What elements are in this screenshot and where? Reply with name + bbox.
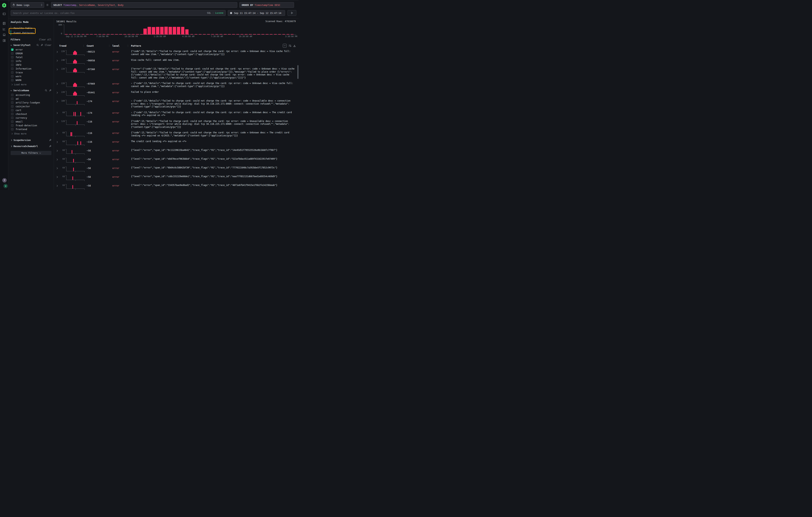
nav-search-logs-icon[interactable] — [2, 22, 6, 25]
pin-icon[interactable] — [40, 44, 43, 46]
pattern-row[interactable]: 60~58error{"level":"error","span_id":"cd… — [54, 174, 297, 182]
row-expand-chevron-icon[interactable] — [56, 68, 58, 70]
nav-dashboards-icon[interactable] — [2, 39, 6, 42]
more-filters-button[interactable]: More filters — [11, 151, 51, 155]
checkbox-checkout[interactable] — [11, 113, 13, 115]
pattern-row[interactable]: 22K~95441errorFailed to place order — [54, 89, 297, 98]
pattern-row[interactable]: 22K~97069error×{"code":13,"details":"fai… — [54, 81, 297, 89]
checkbox-accounting[interactable] — [11, 94, 13, 96]
filter-option-Information[interactable]: Information — [11, 67, 51, 70]
column-header-trend[interactable]: Trend⋮ — [59, 43, 87, 49]
filter-option-currency[interactable]: currency — [11, 116, 51, 120]
download-icon[interactable] — [293, 45, 296, 47]
source-settings-gear-icon[interactable] — [46, 3, 49, 6]
scrollbar-thumb[interactable] — [297, 65, 298, 79]
filter-option-warn[interactable]: warn — [11, 74, 51, 78]
search-icon[interactable] — [36, 44, 39, 46]
filter-option-error[interactable]: error — [11, 48, 51, 52]
filter-option-artillery-loadgen[interactable]: artillery-loadgen — [11, 100, 51, 105]
filter-option-fraud-detection[interactable]: fraud-detection — [11, 123, 51, 127]
user-avatar[interactable]: U — [3, 184, 8, 188]
filter-option-WARN[interactable]: WARN — [11, 78, 51, 82]
histogram-bar[interactable] — [160, 27, 164, 34]
column-resize-handle[interactable]: ⋮ — [83, 45, 85, 47]
filter-option-INFO[interactable]: INFO — [11, 63, 51, 67]
checkbox-fatal[interactable] — [11, 56, 13, 58]
filter-option-info[interactable]: info — [11, 59, 51, 63]
search-input[interactable] — [13, 11, 209, 15]
pattern-row[interactable]: 60~116error{"code":13,"details":"failed … — [54, 130, 297, 139]
checkbox-frontend[interactable] — [11, 128, 13, 131]
column-resize-handle[interactable]: ⋮ — [108, 45, 111, 47]
pattern-row[interactable]: 180~174error×{"code":13,"details":"faile… — [54, 98, 297, 110]
pin-icon[interactable] — [49, 139, 51, 141]
histogram-bar[interactable] — [181, 27, 184, 34]
toggle-lucene[interactable]: Lucene — [215, 11, 223, 14]
source-select[interactable]: Demo Logs — [11, 2, 44, 8]
checkbox-cart[interactable] — [11, 109, 13, 111]
pattern-row[interactable]: 60~116errorThe credit card (ending <*> e… — [54, 139, 297, 147]
row-expand-chevron-icon[interactable] — [56, 112, 58, 114]
filter-option-email[interactable]: email — [11, 120, 51, 123]
filter-option-accounting[interactable]: accounting — [11, 93, 51, 97]
filter-option-cainjector[interactable]: cainjector — [11, 105, 51, 108]
pattern-row[interactable]: 60~58error{"level":"error","span_id":"33… — [54, 182, 297, 190]
row-expand-chevron-icon[interactable] — [56, 100, 58, 103]
view-source-button[interactable] — [283, 44, 287, 48]
pin-icon[interactable] — [49, 89, 51, 92]
service-section-header[interactable]: ServiceName — [11, 89, 51, 92]
filter-option-fatal[interactable]: fatal — [11, 55, 51, 59]
checkbox-ad[interactable] — [11, 97, 13, 100]
column-resize-handle[interactable]: ⋮ — [127, 45, 129, 47]
severity-load-more[interactable]: Load more — [11, 82, 51, 86]
filter-option-cart[interactable]: cart — [11, 108, 51, 112]
pattern-row[interactable]: 60~58error{"level":"error","span_id":"6b… — [54, 165, 297, 174]
wrap-text-icon[interactable] — [288, 44, 291, 47]
mode-event-patterns[interactable]: Event Patterns — [11, 30, 51, 35]
row-expand-chevron-icon[interactable] — [56, 92, 58, 94]
pattern-row[interactable]: 22K~97360error{"error":{"code":13,"detai… — [54, 66, 297, 81]
row-expand-chevron-icon[interactable] — [56, 185, 58, 187]
column-header-level[interactable]: level⋮ — [112, 43, 131, 49]
histogram-bar[interactable] — [148, 27, 151, 34]
checkbox-currency[interactable] — [11, 117, 13, 119]
histogram-bar[interactable] — [164, 27, 168, 34]
row-expand-chevron-icon[interactable] — [56, 83, 58, 85]
row-expand-chevron-icon[interactable] — [56, 121, 58, 123]
histogram-bar[interactable] — [152, 27, 155, 34]
severity-section-header[interactable]: SeverityText Clear — [11, 44, 51, 47]
pattern-row[interactable]: 60~174error×{"code":13,"details":"failed… — [54, 110, 297, 118]
pattern-row[interactable]: 60~58error{"level":"error","span_id":"eb… — [54, 156, 297, 165]
filter-option-ad[interactable]: ad — [11, 97, 51, 100]
checkbox-email[interactable] — [11, 120, 13, 123]
filter-option-trace[interactable]: trace — [11, 70, 51, 74]
clear-all-filters-button[interactable]: Clear all — [39, 38, 51, 41]
app-logo-icon[interactable] — [2, 3, 7, 8]
checkbox-error[interactable] — [11, 48, 13, 51]
toggle-sql[interactable]: SQL — [207, 11, 211, 14]
help-button[interactable]: ? — [2, 178, 7, 182]
histogram-bar[interactable] — [143, 29, 147, 34]
checkbox-INFO[interactable] — [11, 64, 13, 66]
section-scopeversion[interactable]: ScopeVersion — [11, 139, 51, 142]
section-resourceschemaurl[interactable]: ResourceSchemaUrl — [11, 145, 51, 148]
collapse-sidebar-icon[interactable] — [2, 12, 6, 16]
checkbox-ERROR[interactable] — [11, 52, 13, 55]
histogram-bar[interactable] — [169, 27, 172, 34]
order-by-input[interactable]: ORDER BY TimestampTime DESC — [239, 2, 294, 8]
row-expand-chevron-icon[interactable] — [56, 168, 58, 169]
histogram-bar[interactable] — [185, 29, 189, 34]
checkbox-warn[interactable] — [11, 75, 13, 78]
checkbox-trace[interactable] — [11, 71, 13, 74]
search-icon[interactable] — [45, 89, 47, 92]
checkbox-fraud-detection[interactable] — [11, 124, 13, 127]
pattern-row[interactable]: 24K~98058errorVisa cache full: cannot ad… — [54, 57, 297, 66]
severity-clear-button[interactable]: Clear — [45, 44, 51, 47]
pattern-row[interactable]: 120~116error{"code":13,"details":"failed… — [54, 118, 297, 130]
filter-option-ERROR[interactable]: ERROR — [11, 52, 51, 55]
pattern-row[interactable]: 60~58error{"level":"error","span_id":"0c… — [54, 147, 297, 156]
mode-results-table[interactable]: Results Table — [11, 26, 51, 30]
row-expand-chevron-icon[interactable] — [56, 141, 58, 143]
row-expand-chevron-icon[interactable] — [56, 159, 58, 161]
histogram-bar[interactable] — [173, 27, 176, 34]
